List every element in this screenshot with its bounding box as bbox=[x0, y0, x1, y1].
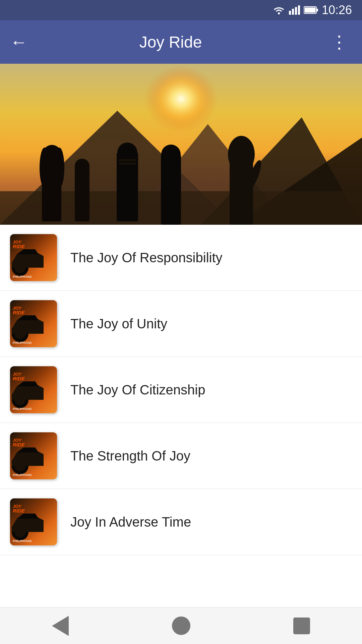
sermon-thumbnail: JOY RIDE PHILIPPIANS bbox=[10, 432, 57, 479]
app-bar: ← Joy Ride ⋮ bbox=[0, 20, 362, 64]
svg-text:RIDE: RIDE bbox=[13, 310, 25, 315]
nav-recent-button[interactable] bbox=[288, 612, 315, 639]
svg-point-30 bbox=[228, 136, 255, 173]
svg-text:RIDE: RIDE bbox=[13, 376, 25, 381]
svg-rect-20 bbox=[75, 166, 89, 221]
svg-rect-24 bbox=[119, 163, 136, 164]
sermon-title: The Joy of Unity bbox=[70, 315, 352, 332]
nav-home-button[interactable] bbox=[168, 612, 194, 639]
svg-text:RIDE: RIDE bbox=[13, 508, 25, 514]
svg-rect-6 bbox=[304, 8, 315, 13]
sermon-title: The Joy Of Responsibility bbox=[70, 249, 352, 266]
status-time: 10:26 bbox=[322, 3, 352, 17]
svg-point-27 bbox=[164, 146, 178, 190]
recent-square-icon bbox=[293, 618, 310, 634]
hero-image bbox=[0, 64, 362, 225]
svg-text:PHILIPPIANS: PHILIPPIANS bbox=[13, 473, 32, 477]
back-triangle-icon bbox=[52, 616, 69, 636]
hero-svg bbox=[0, 64, 362, 225]
sermon-list: JOY RIDE PHILIPPIANS The Joy Of Responsi… bbox=[0, 225, 362, 592]
list-item[interactable]: JOY RIDE PHILIPPIANS The Joy Of Citizens… bbox=[0, 357, 362, 423]
svg-point-18 bbox=[54, 148, 64, 188]
svg-text:PHILIPPIANS: PHILIPPIANS bbox=[13, 341, 32, 344]
list-item[interactable]: JOY RIDE PHILIPPIANS The Joy Of Responsi… bbox=[0, 225, 362, 291]
sermon-title: The Joy Of Citizenship bbox=[70, 381, 352, 398]
nav-spacer bbox=[0, 555, 362, 592]
svg-rect-2 bbox=[292, 9, 294, 15]
svg-text:PHILIPPIANS: PHILIPPIANS bbox=[13, 407, 32, 411]
svg-rect-7 bbox=[316, 9, 318, 11]
list-item[interactable]: JOY RIDE PHILIPPIANS The Joy of Unity bbox=[0, 291, 362, 357]
page-title: Joy Ride bbox=[34, 33, 307, 51]
home-circle-icon bbox=[172, 616, 190, 635]
nav-bar bbox=[0, 607, 362, 644]
svg-point-0 bbox=[278, 12, 280, 14]
back-button[interactable]: ← bbox=[10, 29, 34, 55]
sermon-thumbnail: JOY RIDE PHILIPPIANS bbox=[10, 498, 57, 545]
svg-rect-23 bbox=[119, 159, 136, 161]
sermon-title: The Strength Of Joy bbox=[70, 447, 352, 465]
sermon-title: Joy In Adverse Time bbox=[70, 513, 352, 531]
svg-rect-3 bbox=[295, 7, 297, 15]
signal-icon bbox=[289, 5, 300, 15]
list-item[interactable]: JOY RIDE PHILIPPIANS The Strength Of Joy bbox=[0, 423, 362, 489]
wifi-icon bbox=[272, 5, 286, 15]
svg-text:PHILIPPIANS: PHILIPPIANS bbox=[13, 539, 32, 543]
list-item[interactable]: JOY RIDE PHILIPPIANS Joy In Adverse Time bbox=[0, 489, 362, 555]
sermon-thumbnail: JOY RIDE PHILIPPIANS bbox=[10, 366, 57, 413]
nav-back-button[interactable] bbox=[47, 612, 74, 639]
battery-icon bbox=[304, 6, 318, 14]
status-icons: 10:26 bbox=[272, 3, 352, 17]
svg-text:RIDE: RIDE bbox=[13, 244, 25, 249]
svg-text:RIDE: RIDE bbox=[13, 442, 25, 447]
sermon-thumbnail: JOY RIDE PHILIPPIANS bbox=[10, 234, 57, 281]
svg-rect-4 bbox=[298, 5, 300, 15]
svg-rect-1 bbox=[289, 11, 291, 15]
more-options-button[interactable]: ⋮ bbox=[327, 29, 352, 55]
svg-text:PHILIPPIANS: PHILIPPIANS bbox=[13, 275, 32, 278]
status-bar: 10:26 bbox=[0, 0, 362, 20]
sermon-thumbnail: JOY RIDE PHILIPPIANS bbox=[10, 300, 57, 347]
svg-point-17 bbox=[40, 148, 50, 188]
